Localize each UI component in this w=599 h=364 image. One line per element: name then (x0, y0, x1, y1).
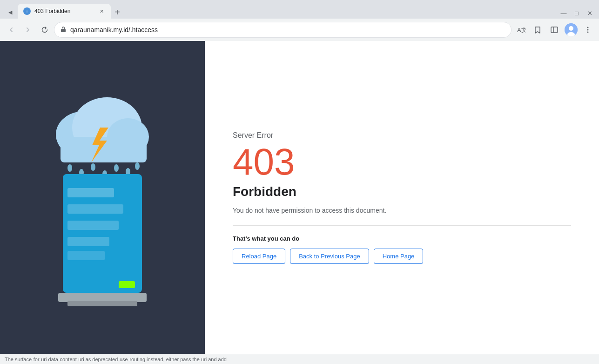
svg-rect-35 (67, 251, 105, 260)
home-page-button[interactable]: Home Page (374, 249, 424, 264)
tab-favicon: i (23, 7, 31, 15)
translate-button[interactable]: A文 (513, 22, 528, 37)
reload-button[interactable] (37, 22, 52, 37)
active-tab[interactable]: i 403 Forbidden ✕ (18, 4, 111, 19)
maximize-button[interactable]: □ (571, 7, 582, 19)
svg-point-9 (587, 27, 589, 28)
server-illustration (56, 174, 149, 304)
forward-button[interactable] (20, 22, 35, 37)
svg-rect-31 (67, 188, 114, 197)
svg-point-17 (67, 164, 72, 172)
bookmark-button[interactable] (530, 22, 545, 37)
section-divider (233, 225, 571, 226)
address-bar[interactable]: qaraunamanik.my.id/.htaccess (54, 22, 512, 38)
illustration-panel (0, 41, 205, 354)
status-text: The surface-for-uri data-content-uri as … (5, 357, 227, 362)
error-content-panel: Server Error 403 Forbidden You do not ha… (205, 41, 599, 354)
browser-frame: ◀ i 403 Forbidden ✕ + — □ ✕ (0, 0, 599, 364)
svg-rect-34 (67, 237, 109, 246)
svg-rect-2 (61, 29, 66, 32)
svg-rect-32 (67, 204, 123, 214)
svg-point-7 (569, 26, 573, 31)
url-display: qaraunamanik.my.id/.htaccess (70, 26, 505, 34)
new-tab-button[interactable]: + (111, 6, 124, 19)
svg-point-23 (135, 162, 140, 170)
svg-text:A文: A文 (517, 27, 525, 34)
svg-point-21 (114, 164, 119, 172)
back-button[interactable] (4, 22, 19, 37)
profile-avatar (565, 23, 578, 36)
window-controls-area: — □ ✕ (124, 7, 599, 19)
page-content: Server Error 403 Forbidden You do not ha… (0, 41, 599, 354)
back-to-previous-button[interactable]: Back to Previous Page (290, 249, 369, 264)
error-code-display: 403 (233, 143, 571, 181)
menu-button[interactable] (580, 22, 595, 37)
svg-rect-4 (551, 27, 558, 33)
error-title: Forbidden (233, 184, 571, 199)
reload-page-button[interactable]: Reload Page (233, 249, 285, 264)
profile-button[interactable] (564, 22, 579, 37)
svg-point-19 (91, 163, 95, 171)
svg-point-10 (587, 29, 589, 31)
navigation-bar: qaraunamanik.my.id/.htaccess A文 (0, 19, 599, 41)
minimize-button[interactable]: — (558, 7, 569, 19)
svg-rect-36 (119, 281, 135, 288)
action-buttons-container: Reload Page Back to Previous Page Home P… (233, 249, 571, 264)
status-bar: The surface-for-uri data-content-uri as … (0, 354, 599, 364)
server-error-label: Server Error (233, 131, 571, 140)
tab-title: 403 Forbidden (34, 8, 94, 14)
tab-bar: ◀ i 403 Forbidden ✕ + — □ ✕ (0, 0, 599, 19)
svg-point-11 (587, 32, 589, 33)
svg-rect-33 (67, 221, 119, 230)
error-description: You do not have permission to access thi… (233, 207, 571, 214)
close-window-button[interactable]: ✕ (584, 7, 595, 19)
cloud-illustration (47, 90, 154, 165)
tab-close-button[interactable]: ✕ (98, 7, 105, 15)
security-icon (60, 26, 67, 34)
svg-rect-38 (67, 301, 137, 306)
sidebar-button[interactable] (547, 22, 562, 37)
actions-label: That's what you can do (233, 235, 571, 242)
nav-right-controls: A文 (513, 22, 595, 37)
tab-bar-back[interactable]: ◀ (5, 7, 16, 18)
